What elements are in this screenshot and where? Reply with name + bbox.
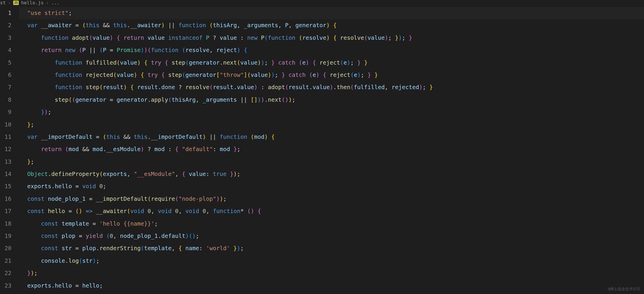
- code-line[interactable]: const hello = () => __awaiter(void 0, vo…: [19, 205, 644, 217]
- line-number[interactable]: 20: [0, 242, 19, 255]
- code-line[interactable]: "use strict";: [19, 7, 644, 19]
- line-number[interactable]: 4: [0, 44, 19, 56]
- line-number[interactable]: 24: [0, 292, 19, 294]
- breadcrumb-folder[interactable]: st: [0, 0, 6, 6]
- line-number[interactable]: 22: [0, 267, 19, 279]
- line-number[interactable]: 11: [0, 131, 19, 143]
- code-line[interactable]: });: [19, 106, 644, 118]
- code-line[interactable]: exports.hello = void 0;: [19, 180, 644, 193]
- line-number[interactable]: 14: [0, 168, 19, 180]
- line-number[interactable]: 21: [0, 255, 19, 267]
- breadcrumb-trail[interactable]: ...: [51, 0, 60, 6]
- line-number[interactable]: 12: [0, 143, 19, 155]
- line-number[interactable]: 18: [0, 218, 19, 230]
- code-line[interactable]: function adopt(value) { return value ins…: [19, 32, 644, 44]
- breadcrumb: st › JS hello.js › ...: [0, 0, 644, 5]
- line-number[interactable]: 16: [0, 193, 19, 205]
- line-number[interactable]: 15: [0, 180, 19, 193]
- chevron-right-icon: ›: [46, 0, 49, 6]
- js-file-icon: JS: [13, 1, 19, 5]
- code-content[interactable]: "use strict";var __awaiter = (this && th…: [19, 5, 644, 294]
- code-line[interactable]: function fulfilled(value) { try { step(g…: [19, 57, 644, 69]
- line-number-gutter[interactable]: 123456789101112131415161718192021222324: [0, 5, 19, 294]
- code-line[interactable]: console.log(str);: [19, 255, 644, 267]
- code-line[interactable]: exports.hello = hello;: [19, 280, 644, 292]
- code-line[interactable]: };: [19, 119, 644, 131]
- line-number[interactable]: 10: [0, 119, 19, 131]
- code-line[interactable]: function rejected(value) { try { step(ge…: [19, 69, 644, 81]
- code-line[interactable]: });: [19, 267, 644, 279]
- code-line[interactable]: var __importDefault = (this && this.__im…: [19, 131, 644, 143]
- editor[interactable]: 123456789101112131415161718192021222324 …: [0, 5, 644, 294]
- code-line[interactable]: const str = plop.renderString(template, …: [19, 242, 644, 255]
- line-number[interactable]: 17: [0, 205, 19, 217]
- line-number[interactable]: 3: [0, 32, 19, 44]
- code-line[interactable]: function step(result) { result.done ? re…: [19, 81, 644, 94]
- code-line[interactable]: var __awaiter = (this && this.__awaiter)…: [19, 19, 644, 32]
- line-number[interactable]: 5: [0, 57, 19, 69]
- code-line[interactable]: const template = 'hello {{name}}';: [19, 218, 644, 230]
- code-line[interactable]: [19, 292, 644, 294]
- line-number[interactable]: 9: [0, 106, 19, 118]
- line-number[interactable]: 13: [0, 156, 19, 168]
- code-line[interactable]: return (mod && mod.__esModule) ? mod : {…: [19, 143, 644, 155]
- line-number[interactable]: 8: [0, 94, 19, 106]
- code-line[interactable]: const plop = yield (0, node_plop_1.defau…: [19, 230, 644, 242]
- line-number[interactable]: 7: [0, 81, 19, 94]
- line-number[interactable]: 2: [0, 19, 19, 32]
- code-line[interactable]: return new (P || (P = Promise))(function…: [19, 44, 644, 56]
- line-number[interactable]: 6: [0, 69, 19, 81]
- code-line[interactable]: };: [19, 156, 644, 168]
- line-number[interactable]: 19: [0, 230, 19, 242]
- watermark: @稀土掘金技术社区: [608, 286, 640, 292]
- code-line[interactable]: step((generator = generator.apply(thisAr…: [19, 94, 644, 106]
- line-number[interactable]: 23: [0, 280, 19, 292]
- breadcrumb-file[interactable]: hello.js: [21, 0, 44, 6]
- code-line[interactable]: const node_plop_1 = __importDefault(requ…: [19, 193, 644, 205]
- line-number[interactable]: 1: [0, 7, 19, 19]
- chevron-right-icon: ›: [8, 0, 11, 6]
- code-line[interactable]: Object.defineProperty(exports, "__esModu…: [19, 168, 644, 180]
